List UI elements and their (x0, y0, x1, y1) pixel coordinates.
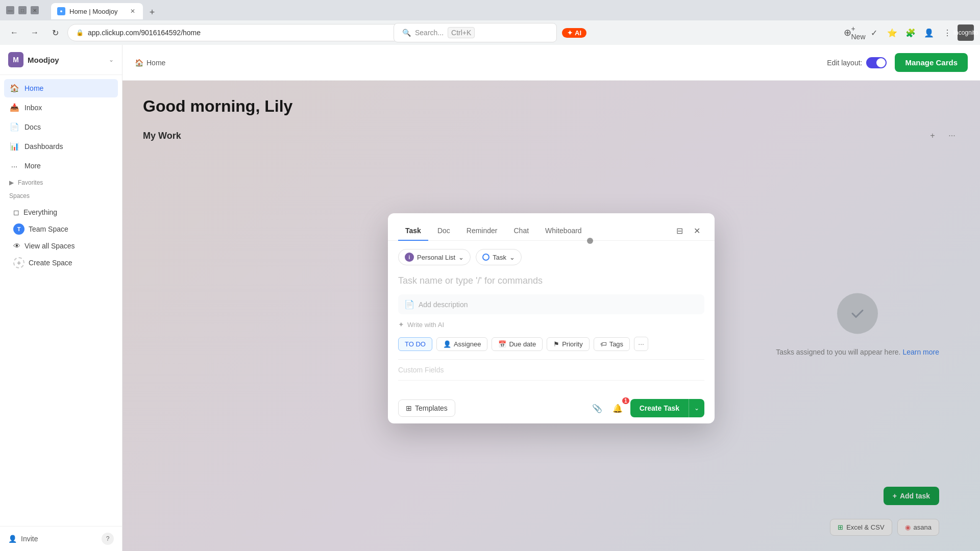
invite-button[interactable]: 👤 Invite (8, 535, 38, 543)
help-button[interactable]: ? (102, 533, 114, 545)
ai-badge[interactable]: ✦ AI (562, 28, 586, 38)
priority-button[interactable]: ⚑ Priority (547, 337, 589, 351)
invite-icon: 👤 (8, 535, 17, 543)
sidebar-item-dashboards[interactable]: 📊 Dashboards (4, 137, 118, 156)
sidebar-item-create-space[interactable]: + Create Space (8, 254, 114, 272)
profile-icon[interactable]: 👤 (921, 24, 937, 41)
extension-icon[interactable]: 🧩 (902, 24, 919, 41)
tab-chat[interactable]: Chat (506, 221, 536, 241)
sidebar-item-team-space[interactable]: T Team Space (8, 220, 114, 238)
task-toolbar: TO DO 👤 Assignee 📅 Due date (398, 333, 704, 355)
calendar-icon: 📅 (498, 340, 506, 348)
checkmark-icon[interactable]: ✓ (866, 24, 882, 41)
create-task-modal: Task Doc Reminder Chat Whiteboard (388, 213, 715, 423)
ai-sparkle-icon: ✦ (567, 29, 573, 37)
list-selector-chevron-icon: ⌄ (458, 254, 464, 261)
modal-close-buttons: ⊟ ✕ (672, 223, 704, 239)
spaces-section-header[interactable]: Spaces (4, 189, 118, 203)
everything-label: Everything (23, 208, 57, 216)
assignee-button[interactable]: 👤 Assignee (436, 337, 487, 351)
favorites-chevron-icon: ▶ (9, 179, 14, 186)
new-tab-button[interactable]: + (145, 5, 159, 19)
reload-button[interactable]: ↻ (47, 24, 63, 41)
due-date-label: Due date (509, 340, 536, 348)
header-actions: Edit layout: Manage Cards (827, 53, 968, 72)
tab-whiteboard[interactable]: Whiteboard (538, 221, 589, 241)
url-text: app.clickup.com/9016164592/home (88, 29, 201, 37)
tab-task[interactable]: Task (398, 221, 428, 241)
maximize-button[interactable]: □ (18, 6, 27, 14)
tab-close-button[interactable]: ✕ (129, 7, 137, 15)
favorites-section-header[interactable]: ▶ Favorites (4, 176, 118, 189)
sidebar: M Moodjoy ⌄ 🏠 Home 📥 Inbox 📄 Docs 📊 Dash… (0, 45, 122, 551)
create-space-icon: + (13, 257, 24, 268)
sidebar-item-everything[interactable]: ◻ Everything (8, 205, 114, 220)
tags-label: Tags (609, 340, 623, 348)
templates-icon: ⊞ (406, 404, 412, 412)
address-bar[interactable]: 🔒 app.clickup.com/9016164592/home (67, 24, 425, 41)
toolbar-icons: ✓ ⭐ 🧩 👤 ⋮ Incognito (866, 24, 974, 41)
sidebar-item-inbox[interactable]: 📥 Inbox (4, 98, 118, 117)
templates-button[interactable]: ⊞ Templates (398, 399, 455, 417)
priority-label: Priority (562, 340, 582, 348)
close-button[interactable]: ✕ (31, 6, 39, 14)
layout-toggle-switch[interactable] (866, 57, 887, 68)
sidebar-spaces: ◻ Everything T Team Space 👁 View all Spa… (4, 203, 118, 274)
create-task-button[interactable]: Create Task (630, 399, 689, 417)
plus-circle-icon: ⊕ (844, 27, 851, 38)
task-name-input[interactable] (398, 271, 704, 290)
description-placeholder: Add description (419, 300, 468, 309)
new-button[interactable]: ⊕ + New (847, 26, 862, 40)
write-ai-label: Write with AI (407, 321, 444, 329)
more-options-button[interactable]: ··· (634, 337, 648, 351)
back-button[interactable]: ← (6, 24, 22, 41)
tags-button[interactable]: 🏷 Tags (594, 337, 630, 351)
active-tab[interactable]: ● Home | Moodjoy ✕ (51, 3, 143, 19)
manage-cards-button[interactable]: Manage Cards (895, 53, 968, 72)
sidebar-item-docs[interactable]: 📄 Docs (4, 118, 118, 136)
more-icon: ··· (9, 161, 19, 171)
modal-overlay[interactable]: Task Doc Reminder Chat Whiteboard (122, 81, 980, 551)
workspace-selector[interactable]: M Moodjoy ⌄ (0, 45, 122, 75)
inbox-icon: 📥 (9, 103, 19, 113)
forward-button[interactable]: → (27, 24, 43, 41)
notification-badge: 1 (622, 397, 629, 404)
attachment-button[interactable]: 📎 (590, 400, 605, 416)
custom-fields-area[interactable]: Custom Fields (398, 359, 704, 381)
minimize-button[interactable]: — (6, 6, 14, 14)
sidebar-item-more[interactable]: ··· More (4, 157, 118, 175)
status-button[interactable]: TO DO (398, 337, 432, 351)
window-controls[interactable]: — □ ✕ (6, 6, 39, 14)
description-field[interactable]: 📄 Add description (398, 294, 704, 314)
description-icon: 📄 (404, 299, 414, 309)
everything-icon: ◻ (13, 208, 19, 216)
modal-minimize-button[interactable]: ⊟ (672, 223, 687, 239)
modal-body: i Personal List ⌄ Task ⌄ (388, 241, 715, 393)
bookmark-icon[interactable]: ⭐ (884, 24, 900, 41)
bell-icon: 🔔 (612, 404, 623, 413)
type-selector-button[interactable]: Task ⌄ (476, 249, 522, 265)
workspace-chevron-icon: ⌄ (109, 56, 114, 63)
app-search-bar[interactable]: 🔍 Search... Ctrl+K (394, 23, 557, 42)
workspace-initial: M (13, 56, 19, 64)
main-content: 🏠 Home Edit layout: Manage Cards Good mo… (122, 45, 980, 551)
edit-layout-toggle[interactable]: Edit layout: (827, 57, 887, 68)
ai-label: AI (575, 29, 581, 37)
docs-icon: 📄 (9, 122, 19, 132)
tab-doc[interactable]: Doc (430, 221, 457, 241)
sidebar-item-home[interactable]: 🏠 Home (4, 79, 118, 97)
write-with-ai-button[interactable]: ✦ Write with AI (398, 318, 704, 333)
task-type-icon (482, 254, 489, 261)
list-selector-button[interactable]: i Personal List ⌄ (398, 249, 471, 265)
sidebar-item-view-all-spaces[interactable]: 👁 View all Spaces (8, 238, 114, 254)
tab-reminder[interactable]: Reminder (459, 221, 505, 241)
browser-actions: ⊕ + New ✓ ⭐ 🧩 👤 ⋮ Incognito (847, 24, 974, 41)
due-date-button[interactable]: 📅 Due date (492, 337, 543, 351)
create-task-split-button[interactable]: ⌄ (689, 399, 704, 417)
notification-button[interactable]: 🔔 1 (610, 400, 625, 416)
modal-close-button[interactable]: ✕ (689, 223, 704, 239)
type-selector-label: Task (493, 254, 506, 261)
incognito-label: Incognito (958, 24, 974, 41)
view-all-label: View all Spaces (24, 242, 75, 250)
sidebar-label-home: Home (24, 84, 43, 92)
